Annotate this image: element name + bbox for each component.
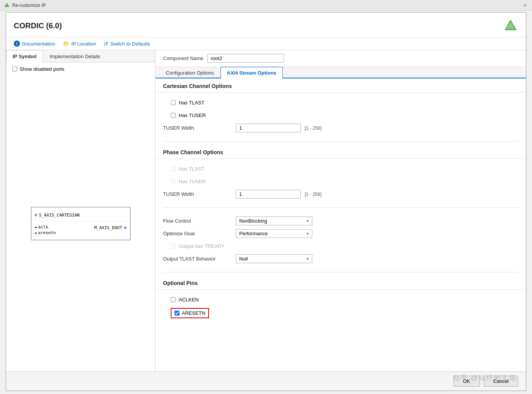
left-arrow-aresetn: ◄ — [34, 231, 37, 235]
right-tabs: Configuration Options AXI4 Stream Option… — [155, 67, 526, 78]
flow-control-row: Flow Control Blocking NonBlocking — [163, 215, 518, 227]
main-dialog: CORDIC (6.0) i Documentation 📁 IP Locati… — [6, 12, 526, 391]
phase-has-tlast-label: Has TLAST — [179, 166, 204, 172]
component-name-label: Component Name — [163, 55, 204, 61]
s-axis-cartesian-port: S_AXIS_CARTESIAN — [39, 213, 80, 218]
aclk-port: aclk — [38, 225, 49, 230]
phase-tuser-width-label: TUSER Width — [163, 191, 232, 197]
section-divider-3 — [163, 272, 518, 272]
cartesian-has-tuser-checkbox[interactable] — [171, 113, 176, 118]
switch-defaults-button[interactable]: ↺ Switch to Defaults — [104, 41, 150, 47]
phase-channel-header: Phase Channel Options — [155, 145, 526, 159]
dialog-title: CORDIC (6.0) — [14, 21, 62, 30]
show-disabled-checkbox[interactable] — [12, 67, 17, 72]
dialog-header: CORDIC (6.0) — [6, 13, 526, 37]
aresetn-label: ARESETN — [182, 310, 205, 316]
flow-control-select[interactable]: Blocking NonBlocking — [236, 217, 312, 225]
phase-has-tuser-checkbox[interactable] — [171, 179, 176, 184]
tab-configuration-options[interactable]: Configuration Options — [159, 67, 220, 78]
output-tready-checkbox-row: Output has TREADY — [171, 242, 225, 251]
optimize-goal-label: Optimize Goal — [163, 231, 232, 236]
aresetn-row: ARESETN — [163, 306, 518, 320]
bottom-spacer — [155, 324, 526, 339]
title-bar: Re-customize IP × — [0, 0, 532, 11]
cartesian-has-tlast-label: Has TLAST — [179, 100, 204, 106]
aclken-row: ACLKEN — [163, 293, 518, 306]
component-name-row: Component Name — [155, 50, 526, 67]
left-panel: IP Symbol Implementation Details Show di… — [6, 50, 155, 371]
output-tlast-label: Output TLAST Behavior — [163, 256, 232, 262]
cartesian-has-tlast-row: Has TLAST — [163, 96, 518, 109]
plus-icon-dout[interactable]: + — [124, 225, 127, 231]
optional-pins-section: ACLKEN ARESETN — [155, 290, 526, 324]
ip-symbol-canvas: + S_AXIS_CARTESIAN ◄ aclk — [6, 76, 155, 371]
show-disabled-row: Show disabled ports — [6, 62, 155, 76]
aclken-checkbox-row: ACLKEN — [171, 295, 199, 304]
phase-tuser-width-hint: [1 - 256] — [305, 192, 321, 197]
ip-location-label: IP Location — [71, 41, 96, 47]
m-axis-dout-port: M_AXIS_DOUT — [94, 225, 122, 230]
cartesian-tuser-width-label: TUSER Width — [163, 125, 232, 131]
cartesian-has-tlast-checkbox-row: Has TLAST — [171, 98, 204, 107]
output-tready-checkbox[interactable] — [171, 244, 176, 249]
optional-pins-header: Optional Pins — [155, 275, 526, 290]
output-tready-label: Output has TREADY — [179, 243, 225, 249]
phase-has-tlast-row: Has TLAST — [163, 163, 518, 175]
vivado-logo — [503, 18, 518, 33]
cartesian-tuser-width-hint: [1 - 256] — [305, 125, 321, 131]
component-name-input[interactable] — [207, 54, 284, 63]
folder-icon: 📁 — [63, 41, 69, 47]
phase-has-tlast-checkbox-row: Has TLAST — [171, 164, 204, 173]
optimize-goal-select[interactable]: Resources Performance — [236, 229, 312, 238]
left-arrow-aclk: ◄ — [34, 225, 37, 229]
aresetn-checkbox[interactable] — [175, 311, 180, 316]
phase-channel-section: Has TLAST Has TUSER TUSER Width [1 - 256… — [155, 159, 526, 204]
phase-tuser-width-row: TUSER Width [1 - 256] — [163, 188, 518, 200]
section-divider-2 — [163, 207, 518, 208]
ip-location-button[interactable]: 📁 IP Location — [63, 41, 96, 47]
aresetn-port: aresetn — [38, 230, 56, 235]
optimize-goal-row: Optimize Goal Resources Performance — [163, 227, 518, 240]
output-tlast-select-wrapper: Null Pass_A_TLAST Pass_B_TLAST AND_all_T… — [236, 254, 312, 263]
tab-implementation-details[interactable]: Implementation Details — [43, 50, 107, 62]
switch-defaults-label: Switch to Defaults — [110, 41, 150, 47]
optimize-goal-select-wrapper: Resources Performance — [236, 229, 312, 238]
documentation-label: Documentation — [22, 41, 55, 47]
svg-marker-0 — [5, 3, 9, 7]
cancel-button[interactable]: Cancel — [484, 376, 518, 387]
output-tready-row: Output has TREADY — [163, 240, 518, 252]
phase-has-tuser-row: Has TUSER — [163, 175, 518, 188]
flow-control-section: Flow Control Blocking NonBlocking Optimi… — [155, 211, 526, 269]
output-tlast-select[interactable]: Null Pass_A_TLAST Pass_B_TLAST AND_all_T… — [236, 254, 312, 263]
close-btn[interactable]: × — [522, 2, 528, 8]
cartesian-tuser-width-input[interactable] — [236, 124, 301, 132]
tab-ip-symbol[interactable]: IP Symbol — [6, 50, 43, 62]
cartesian-has-tuser-row: Has TUSER — [163, 109, 518, 122]
refresh-icon: ↺ — [104, 41, 108, 47]
cartesian-channel-header: Cartesian Channel Options — [155, 78, 526, 93]
phase-tuser-width-input[interactable] — [236, 190, 301, 199]
tab-axi4-stream-options[interactable]: AXI4 Stream Options — [220, 67, 283, 78]
tab-content: Cartesian Channel Options Has TLAST Has … — [155, 78, 526, 371]
content-area: IP Symbol Implementation Details Show di… — [6, 50, 526, 371]
aclken-label: ACLKEN — [179, 297, 199, 303]
documentation-button[interactable]: i Documentation — [14, 41, 55, 47]
output-tlast-row: Output TLAST Behavior Null Pass_A_TLAST … — [163, 252, 518, 265]
dialog-footer: OK Cancel — [6, 371, 526, 391]
cartesian-tuser-width-row: TUSER Width [1 - 256] — [163, 122, 518, 134]
cartesian-channel-section: Has TLAST Has TUSER TUSER Width [1 - 256… — [155, 93, 526, 138]
plus-icon-cartesian[interactable]: + — [34, 212, 38, 218]
app-icon — [4, 2, 10, 8]
cartesian-has-tlast-checkbox[interactable] — [171, 100, 176, 105]
ok-button[interactable]: OK — [454, 376, 480, 387]
phase-has-tlast-checkbox[interactable] — [171, 166, 176, 171]
aclken-checkbox[interactable] — [171, 297, 176, 302]
flow-control-select-wrapper: Blocking NonBlocking — [236, 217, 312, 225]
section-divider-1 — [163, 141, 518, 142]
cartesian-has-tuser-label: Has TUSER — [179, 112, 206, 118]
phase-has-tuser-checkbox-row: Has TUSER — [171, 177, 206, 186]
left-tabs: IP Symbol Implementation Details — [6, 50, 155, 62]
show-disabled-label: Show disabled ports — [20, 66, 64, 72]
title-bar-text: Re-customize IP — [12, 3, 46, 8]
aresetn-checkbox-highlight: ARESETN — [171, 308, 209, 318]
